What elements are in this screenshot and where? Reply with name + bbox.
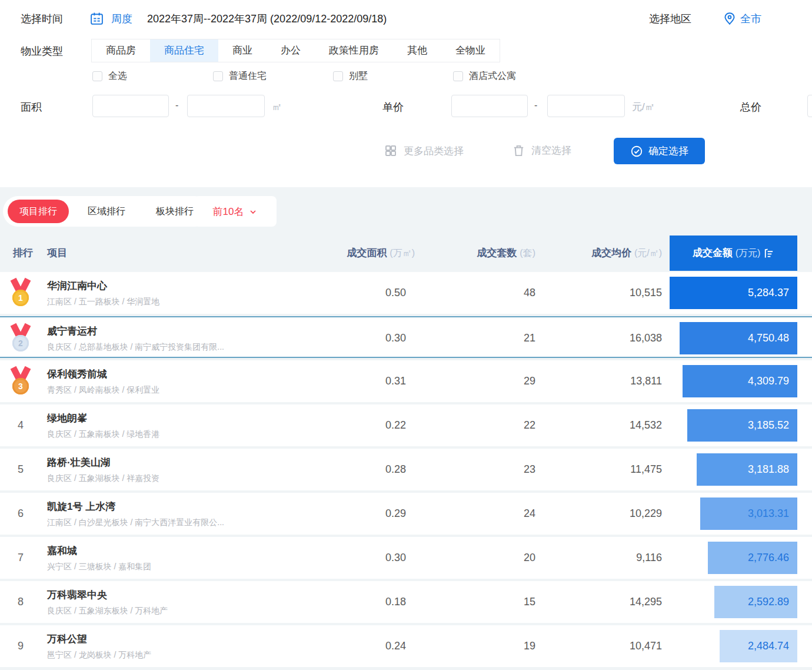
ranking-rows: 1华润江南中心江南区 / 五一路板块 / 华润置地0.504810,5155,2… xyxy=(0,272,812,669)
checkbox-item-酒店式公寓[interactable]: 酒店式公寓 xyxy=(453,70,516,82)
property-tab-政策性用房[interactable]: 政策性用房 xyxy=(315,39,393,62)
top-n-value: 前10名 xyxy=(213,205,244,218)
checkbox-box[interactable] xyxy=(213,71,223,81)
amount-bar: 2,592.89 xyxy=(714,586,797,618)
total-price-min-input[interactable] xyxy=(807,95,812,117)
checkbox-item-全选[interactable]: 全选 xyxy=(92,70,127,82)
rank-number: 9 xyxy=(9,625,32,667)
col-header-amount-sorted[interactable]: 成交金额 (万元) xyxy=(670,236,797,271)
project-path: 良庆区 / 五象湖板块 / 祥嘉投资 xyxy=(47,473,159,484)
col-header-avg-price: 成交均价 (元/㎡) xyxy=(591,236,662,271)
amount-bar: 5,284.37 xyxy=(670,277,797,309)
table-row[interactable]: 1华润江南中心江南区 / 五一路板块 / 华润置地0.504810,5155,2… xyxy=(0,272,812,314)
avg-price-value: 10,471 xyxy=(630,625,662,667)
subtype-checkbox-row: 全选普通住宅别墅酒店式公寓 xyxy=(0,70,812,84)
checkbox-item-普通住宅[interactable]: 普通住宅 xyxy=(213,70,267,82)
checkbox-box[interactable] xyxy=(453,71,463,81)
property-tab-商品住宅[interactable]: 商品住宅 xyxy=(150,39,218,62)
units-value: 19 xyxy=(524,625,535,667)
project-cell: 保利领秀前城青秀区 / 凤岭南板块 / 保利置业 xyxy=(47,367,159,396)
project-cell: 万科公望邕宁区 / 龙岗板块 / 万科地产 xyxy=(47,632,151,661)
time-label: 选择时间 xyxy=(21,12,63,26)
time-range-value[interactable]: 2022年37周--2022年37周 (2022/09/12-2022/09/1… xyxy=(147,12,387,26)
checkbox-box[interactable] xyxy=(92,71,102,81)
property-tab-商品房[interactable]: 商品房 xyxy=(92,39,150,62)
check-circle-icon xyxy=(630,145,643,158)
app-root: 选择时间 周度 2022年37周--2022年37周 (2022/09/12-2… xyxy=(0,0,812,670)
units-value: 48 xyxy=(524,272,535,314)
avg-price-value: 13,811 xyxy=(630,360,662,402)
units-value: 21 xyxy=(524,317,535,359)
table-row[interactable]: 2威宁青运村良庆区 / 总部基地板块 / 南宁威宁投资集团有限...0.3021… xyxy=(0,316,812,358)
medal-rank-number: 3 xyxy=(12,378,29,394)
units-value: 15 xyxy=(524,581,535,623)
area-value: 0.24 xyxy=(385,625,406,667)
clear-selection-button[interactable]: 清空选择 xyxy=(512,144,571,157)
property-type-tabs: 商品房商品住宅商业办公政策性用房其他全物业 xyxy=(91,39,500,62)
calendar-icon xyxy=(89,11,104,26)
project-path: 邕宁区 / 龙岗板块 / 万科地产 xyxy=(47,650,151,661)
table-row[interactable]: 5路桥·壮美山湖良庆区 / 五象湖板块 / 祥嘉投资0.282311,4753,… xyxy=(0,449,812,490)
table-row[interactable]: 8万科翡翠中央良庆区 / 五象湖东板块 / 万科地产0.181514,2952,… xyxy=(0,581,812,623)
avg-price-value: 9,116 xyxy=(636,537,662,579)
table-row[interactable]: 6凯旋1号 上水湾江南区 / 白沙星光板块 / 南宁大西洋置业有限公...0.2… xyxy=(0,493,812,535)
sort-descending-icon xyxy=(763,247,774,258)
units-value: 20 xyxy=(524,537,535,579)
col-header-units: 成交套数 (套) xyxy=(477,236,535,271)
property-tab-商业[interactable]: 商业 xyxy=(218,39,267,62)
project-name: 华润江南中心 xyxy=(47,279,159,293)
unit-price-max-input[interactable] xyxy=(547,95,625,117)
project-cell: 凯旋1号 上水湾江南区 / 白沙星光板块 / 南宁大西洋置业有限公... xyxy=(47,500,224,528)
avg-price-value: 16,038 xyxy=(630,317,662,359)
amount-bar: 2,776.46 xyxy=(708,542,797,574)
project-name: 嘉和城 xyxy=(47,544,151,558)
unit-price-range-dash: - xyxy=(534,100,537,111)
property-tab-其他[interactable]: 其他 xyxy=(393,39,441,62)
unit-price-min-input[interactable] xyxy=(451,95,528,117)
table-row[interactable]: 4绿地朗峯良庆区 / 五象南板块 / 绿地香港0.222214,5323,185… xyxy=(0,404,812,446)
col-header-rank: 排行 xyxy=(13,236,33,271)
property-tab-办公[interactable]: 办公 xyxy=(267,39,315,62)
avg-price-value: 10,229 xyxy=(630,493,662,535)
checkbox-box[interactable] xyxy=(333,71,343,81)
top-n-dropdown[interactable]: 前10名 xyxy=(194,196,277,227)
table-row[interactable]: 3保利领秀前城青秀区 / 凤岭南板块 / 保利置业0.312913,8114,3… xyxy=(0,360,812,402)
unit-price-unit: 元/㎡ xyxy=(632,100,655,114)
area-value: 0.30 xyxy=(385,537,406,579)
time-mode-selector[interactable]: 周度 xyxy=(111,12,132,26)
ranking-tab-项目排行[interactable]: 项目排行 xyxy=(8,200,69,223)
checkbox-label: 全选 xyxy=(108,70,127,82)
checkbox-label: 普通住宅 xyxy=(229,70,267,82)
region-selector[interactable]: 全市 xyxy=(740,12,761,26)
medal-rank-number: 1 xyxy=(12,290,29,306)
project-path: 良庆区 / 总部基地板块 / 南宁威宁投资集团有限... xyxy=(47,342,224,353)
bronze-medal-icon: 3 xyxy=(10,367,31,396)
rank-number: 7 xyxy=(9,537,32,579)
confirm-selection-button[interactable]: 确定选择 xyxy=(614,138,705,164)
project-cell: 威宁青运村良庆区 / 总部基地板块 / 南宁威宁投资集团有限... xyxy=(47,324,224,353)
project-cell: 华润江南中心江南区 / 五一路板块 / 华润置地 xyxy=(47,279,159,307)
ranking-tab-区域排行[interactable]: 区域排行 xyxy=(76,200,137,223)
units-value: 29 xyxy=(524,360,535,402)
ranking-section: 项目排行区域排行板块排行 前10名 排行 项目 成交面积 (万㎡) 成交套数 (… xyxy=(0,187,812,670)
location-pin-icon xyxy=(722,11,737,26)
total-price-label: 总价 xyxy=(740,100,761,114)
checkbox-label: 别墅 xyxy=(349,70,368,82)
amount-bar: 3,185.52 xyxy=(687,409,797,442)
table-header: 排行 项目 成交面积 (万㎡) 成交套数 (套) 成交均价 (元/㎡) 成交金额… xyxy=(0,236,812,271)
project-name: 威宁青运村 xyxy=(47,324,224,338)
ranking-tabs: 项目排行区域排行板块排行 xyxy=(3,196,210,227)
area-max-input[interactable] xyxy=(187,95,265,117)
region-label: 选择地区 xyxy=(649,12,691,26)
area-value: 0.30 xyxy=(385,317,406,359)
table-row[interactable]: 9万科公望邕宁区 / 龙岗板块 / 万科地产0.241910,4712,484.… xyxy=(0,625,812,667)
project-cell: 路桥·壮美山湖良庆区 / 五象湖板块 / 祥嘉投资 xyxy=(47,456,159,484)
table-row[interactable]: 7嘉和城兴宁区 / 三塘板块 / 嘉和集团0.30209,1162,776.46 xyxy=(0,537,812,579)
area-min-input[interactable] xyxy=(92,95,169,117)
more-categories-button[interactable]: 更多品类选择 xyxy=(384,144,464,158)
units-value: 23 xyxy=(524,449,535,490)
checkbox-item-别墅[interactable]: 别墅 xyxy=(333,70,368,82)
project-name: 万科翡翠中央 xyxy=(47,588,168,602)
project-name: 凯旋1号 上水湾 xyxy=(47,500,224,513)
property-tab-全物业[interactable]: 全物业 xyxy=(441,39,500,62)
